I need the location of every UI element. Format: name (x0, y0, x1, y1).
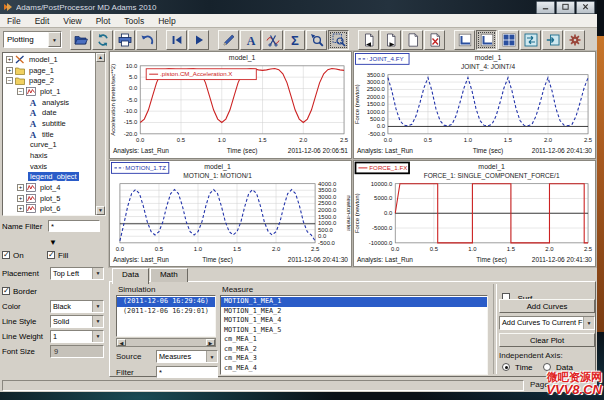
swap-view-icon[interactable] (520, 30, 541, 50)
zoom-box-icon[interactable] (328, 30, 349, 50)
tree-item-legend_object[interactable]: legend_object (4, 172, 105, 183)
chevron-down-icon[interactable]: ▼ (583, 317, 594, 329)
color-select[interactable]: Black ▼ (50, 300, 104, 313)
measure-item[interactable]: cm_MEA_1 (221, 335, 487, 345)
chevron-down-icon[interactable]: ▼ (92, 316, 103, 327)
text-icon[interactable]: A (240, 30, 261, 50)
tree-scrollbar[interactable]: ▲ ▼ (95, 53, 105, 215)
tree-item-label[interactable]: legend_object (28, 172, 79, 181)
undo-icon[interactable] (136, 30, 157, 50)
open-folder-icon[interactable] (70, 30, 91, 50)
tree-item-plot_1[interactable]: −plot_1 (4, 86, 105, 97)
tree-item-label[interactable]: subtitle (40, 119, 68, 128)
tree-item-haxis[interactable]: haxis (4, 150, 105, 161)
sigma-icon[interactable]: Σ (284, 30, 305, 50)
expand-icon[interactable]: + (17, 205, 24, 212)
measure-item[interactable]: cm_MEA_4 (221, 364, 487, 374)
tree-item-label[interactable]: model_1 (27, 55, 60, 64)
layout-single-icon[interactable] (454, 30, 475, 50)
add-curves-button[interactable]: Add Curves (499, 299, 595, 313)
prefs-icon[interactable] (564, 30, 585, 50)
collapse-handle[interactable]: ▼ (2, 238, 104, 247)
tree-item-label[interactable]: plot_1 (38, 87, 62, 96)
measure-item[interactable]: MOTION_1_MEA_2 (221, 307, 487, 317)
tree-item-label[interactable]: plot_6 (38, 204, 62, 213)
border-checkbox[interactable] (2, 287, 10, 295)
measure-item[interactable]: MOTION_1_MEA_4 (221, 316, 487, 326)
play-icon[interactable] (188, 30, 209, 50)
line-style-select[interactable]: Solid ▼ (50, 315, 104, 328)
tree-item-plot_5[interactable]: +plot_5 (4, 193, 105, 204)
chevron-down-icon[interactable]: ▼ (206, 351, 217, 362)
collapse-icon[interactable]: − (6, 77, 13, 84)
plot-3[interactable]: 0.00.51.01.52.02.54000.03500.03000.02500… (109, 160, 352, 268)
mode-select[interactable]: Plotting ▼ (3, 31, 62, 48)
tree-item-page_2[interactable]: −page_2 (4, 75, 105, 86)
simulation-item[interactable]: (2011-12-06 16:29:01) (117, 307, 215, 317)
tree-item-analysis[interactable]: Aanalysis (4, 97, 105, 108)
expand-icon[interactable]: + (17, 184, 24, 191)
page-new-icon[interactable] (402, 30, 423, 50)
layout-grid-icon[interactable] (498, 30, 519, 50)
scroll-left-icon[interactable]: ◀ (117, 339, 126, 346)
tree-item-label[interactable]: haxis (28, 151, 50, 160)
tree-item-curve_1[interactable]: curve_1 (4, 140, 105, 151)
tree-item-date[interactable]: Adate (4, 107, 105, 118)
page-delete-icon[interactable] (424, 30, 445, 50)
tree-item-label[interactable]: title (40, 130, 56, 139)
tree-item-model_1[interactable]: +model_1 (4, 54, 105, 65)
expand-icon[interactable]: + (6, 67, 13, 74)
tree-item-plot_4[interactable]: +plot_4 (4, 182, 105, 193)
print-icon[interactable] (114, 30, 135, 50)
first-frame-icon[interactable] (166, 30, 187, 50)
chevron-down-icon[interactable]: ▼ (92, 268, 103, 279)
menu-view[interactable]: View (56, 16, 88, 26)
maximize-button[interactable] (556, 1, 575, 14)
clear-plot-button[interactable]: Clear Plot (499, 333, 595, 347)
filter-input[interactable] (156, 366, 218, 378)
measure-item[interactable]: cm_MEA_3 (221, 354, 487, 364)
menu-help[interactable]: Help (151, 16, 182, 26)
measure-item[interactable]: MOTION_1_MEA_5 (221, 326, 487, 336)
tree-item-label[interactable]: plot_4 (38, 183, 62, 192)
menu-file[interactable]: File (0, 16, 28, 26)
fill-checkbox[interactable] (47, 251, 55, 259)
menu-edit[interactable]: Edit (28, 16, 57, 26)
tree-view[interactable]: +model_1+page_1−page_2−plot_1AanalysisAd… (2, 52, 106, 216)
page-next-icon[interactable] (380, 30, 401, 50)
menu-plot[interactable]: Plot (89, 16, 118, 26)
minimize-button[interactable] (536, 1, 555, 14)
zoom-select-icon[interactable] (306, 30, 327, 50)
load-view-icon[interactable] (542, 30, 563, 50)
add-mode-select[interactable]: Add Curves To Current F ▼ (499, 316, 595, 330)
chevron-down-icon[interactable]: ▼ (92, 301, 103, 312)
data-radio[interactable] (543, 363, 551, 371)
measure-list[interactable]: MOTION_1_MEA_1MOTION_1_MEA_2MOTION_1_MEA… (220, 295, 488, 375)
scroll-right-icon[interactable]: ▶ (206, 339, 215, 346)
placement-select[interactable]: Top Left ▼ (50, 267, 104, 280)
tree-item-label[interactable]: analysis (40, 98, 71, 107)
reload-icon[interactable] (92, 30, 113, 50)
measure-item[interactable]: MOTION_1_MEA_1 (221, 297, 487, 307)
tree-item-subtitle[interactable]: Asubtitle (4, 118, 105, 129)
title-bar[interactable]: Adams/PostProcessor MD Adams 2010 (0, 0, 597, 14)
tree-item-title[interactable]: Atitle (4, 129, 105, 140)
menu-tools[interactable]: Tools (117, 16, 151, 26)
tree-item-vaxis[interactable]: vaxis (4, 161, 105, 172)
tab-math[interactable]: Math (150, 268, 188, 282)
simulation-list[interactable]: (2011-12-06 16:29:46)(2011-12-06 16:29:0… (116, 295, 216, 337)
scroll-down-icon[interactable]: ▼ (96, 206, 105, 215)
page-prev-icon[interactable] (358, 30, 379, 50)
layout-border-icon[interactable] (476, 30, 497, 50)
on-checkbox[interactable] (2, 251, 10, 259)
draw-icon[interactable] (218, 30, 239, 50)
simulation-hscroll[interactable]: ◀ ▶ (116, 338, 216, 347)
close-button[interactable] (576, 1, 595, 14)
tree-item-page_1[interactable]: +page_1 (4, 65, 105, 76)
tree-item-label[interactable]: page_1 (27, 66, 56, 75)
cut-curve-icon[interactable] (262, 30, 283, 50)
plot-1[interactable]: 0.00.51.01.52.02.510.05.00.0-5.0-10.0-15… (109, 51, 352, 159)
scroll-up-icon[interactable]: ▲ (96, 53, 105, 62)
expand-icon[interactable]: + (17, 195, 24, 202)
source-select[interactable]: Measures ▼ (156, 350, 218, 363)
